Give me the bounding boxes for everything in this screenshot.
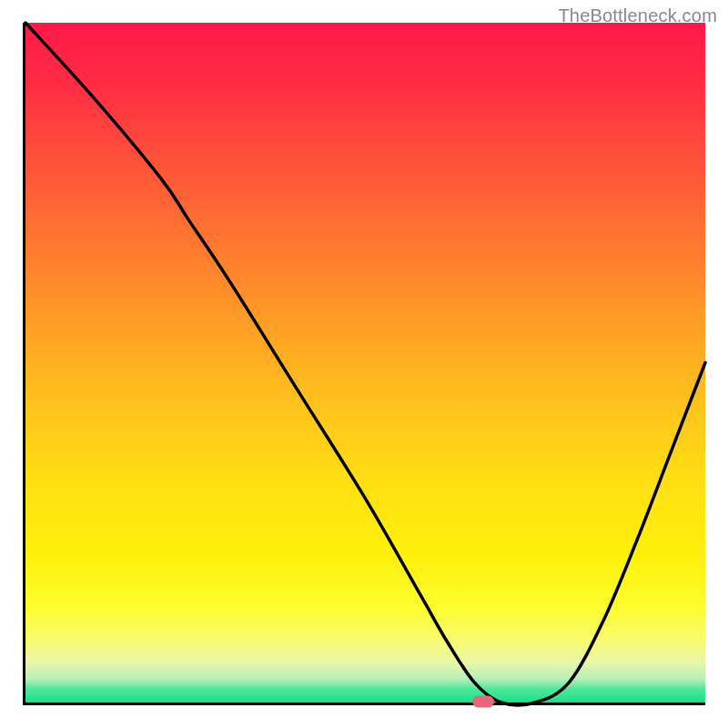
watermark-text: TheBottleneck.com [558, 5, 717, 26]
chart-container: TheBottleneck.com [0, 0, 728, 728]
bottleneck-curve [25, 23, 705, 705]
curve-svg [25, 23, 705, 703]
min-marker [472, 696, 494, 708]
plot-area [23, 23, 705, 705]
